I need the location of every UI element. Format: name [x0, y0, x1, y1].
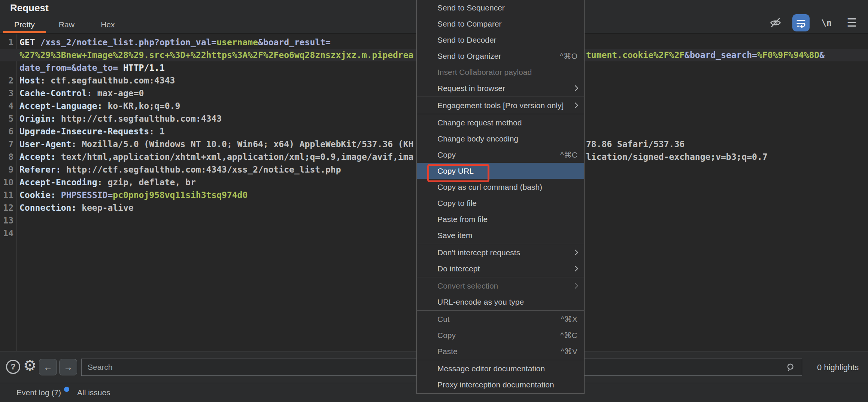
all-issues-button[interactable]: All issues — [77, 388, 110, 397]
menu-shortcut: ^⌘V — [561, 347, 577, 356]
menu-shortcut: ^⌘X — [561, 315, 577, 324]
menu-item-send-to-sequencer[interactable]: Send to Sequencer — [417, 0, 584, 16]
event-log-button[interactable]: Event log (7) — [16, 388, 61, 397]
menu-item-request-in-browser[interactable]: Request in browser — [417, 80, 584, 96]
context-menu: Send to SequencerSend to ComparerSend to… — [416, 0, 585, 394]
menu-item-do-intercept[interactable]: Do intercept — [417, 261, 584, 277]
menu-separator — [417, 277, 584, 277]
menu-item-cut[interactable]: Cut^⌘X — [417, 311, 584, 327]
line-number: 1 — [0, 36, 13, 49]
view-tabs: PrettyRawHex — [3, 17, 128, 32]
menu-item-insert-collaborator-payload: Insert Collaborator payload — [417, 64, 584, 80]
tab-hex[interactable]: Hex — [87, 17, 128, 32]
line-number: 11 — [0, 189, 13, 201]
line-number: 4 — [0, 100, 13, 112]
menu-item-proxy-interception-documentation[interactable]: Proxy interception documentation — [417, 377, 584, 393]
code-line-fragment: tument.cookie%2F%2F&board_search=%F0%9F%… — [586, 49, 825, 61]
menu-item-paste[interactable]: Paste^⌘V — [417, 343, 584, 359]
submenu-chevron-icon — [573, 85, 579, 91]
submenu-chevron-icon — [573, 266, 579, 272]
line-number: 5 — [0, 112, 13, 125]
line-number: 2 — [0, 74, 13, 87]
menu-separator — [417, 114, 584, 114]
menu-item-convert-selection: Convert selection — [417, 278, 584, 294]
menu-item-copy[interactable]: Copy^⌘C — [417, 147, 584, 163]
submenu-chevron-icon — [573, 103, 579, 109]
menu-item-change-request-method[interactable]: Change request method — [417, 115, 584, 131]
menu-item-save-item[interactable]: Save item — [417, 227, 584, 243]
menu-item-engagement-tools-pro-version-only[interactable]: Engagement tools [Pro version only] — [417, 97, 584, 113]
menu-item-send-to-comparer[interactable]: Send to Comparer — [417, 16, 584, 32]
line-number: 3 — [0, 87, 13, 100]
menu-item-copy[interactable]: Copy^⌘C — [417, 327, 584, 343]
code-line-fragment: lication/signed-exchange;v=b3;q=0.7 — [586, 150, 768, 163]
settings-gear-icon[interactable]: ⚙ — [23, 357, 37, 374]
editor-header-icons: \n ☰ — [767, 14, 861, 31]
highlights-count: 0 highlights — [817, 363, 859, 372]
menu-item-send-to-decoder[interactable]: Send to Decoder — [417, 32, 584, 48]
tab-pretty[interactable]: Pretty — [3, 17, 46, 32]
burp-request-panel: Request PrettyRawHex \n ☰ — [0, 0, 868, 402]
line-number: 10 — [0, 176, 13, 189]
code-line-fragment: 78.86 Safari/537.36 — [586, 138, 685, 150]
line-number: 12 — [0, 201, 13, 214]
line-number: 13 — [0, 214, 13, 227]
menu-item-send-to-organizer[interactable]: Send to Organizer^⌘O — [417, 48, 584, 64]
menu-item-change-body-encoding[interactable]: Change body encoding — [417, 131, 584, 147]
help-icon[interactable]: ? — [6, 360, 20, 374]
line-number: 7 — [0, 138, 13, 150]
search-prev-button[interactable]: ← — [39, 359, 57, 375]
line-number: 6 — [0, 125, 13, 138]
page-title: Request — [10, 2, 49, 14]
search-next-button[interactable]: → — [59, 359, 77, 375]
menu-shortcut: ^⌘C — [560, 331, 577, 340]
event-log-notification-dot — [64, 387, 69, 392]
menu-separator — [417, 310, 584, 311]
menu-shortcut: ^⌘C — [560, 150, 577, 159]
line-number: 14 — [0, 227, 13, 240]
word-wrap-toggle-icon[interactable] — [792, 14, 810, 31]
menu-separator — [417, 360, 584, 360]
menu-shortcut: ^⌘O — [560, 52, 577, 61]
menu-item-message-editor-documentation[interactable]: Message editor documentation — [417, 360, 584, 377]
menu-item-don-t-intercept-requests[interactable]: Don't intercept requests — [417, 244, 584, 261]
submenu-chevron-icon — [573, 250, 579, 256]
copy-url-annotation-box — [427, 164, 489, 182]
menu-item-copy-to-file[interactable]: Copy to file — [417, 195, 584, 211]
menu-separator — [417, 244, 584, 244]
editor-menu-hamburger-icon[interactable]: ☰ — [843, 14, 861, 31]
search-magnifier-icon[interactable] — [785, 362, 796, 373]
line-number: 8 — [0, 150, 13, 163]
submenu-chevron-icon — [573, 283, 579, 289]
menu-item-paste-from-file[interactable]: Paste from file — [417, 211, 584, 227]
hide-highlights-eye-slash-icon[interactable] — [767, 14, 784, 31]
show-newlines-icon[interactable]: \n — [818, 14, 835, 31]
menu-separator — [417, 97, 584, 97]
line-number: 9 — [0, 163, 13, 176]
menu-item-url-encode-as-you-type[interactable]: URL-encode as you type — [417, 294, 584, 310]
tab-raw[interactable]: Raw — [46, 17, 87, 32]
